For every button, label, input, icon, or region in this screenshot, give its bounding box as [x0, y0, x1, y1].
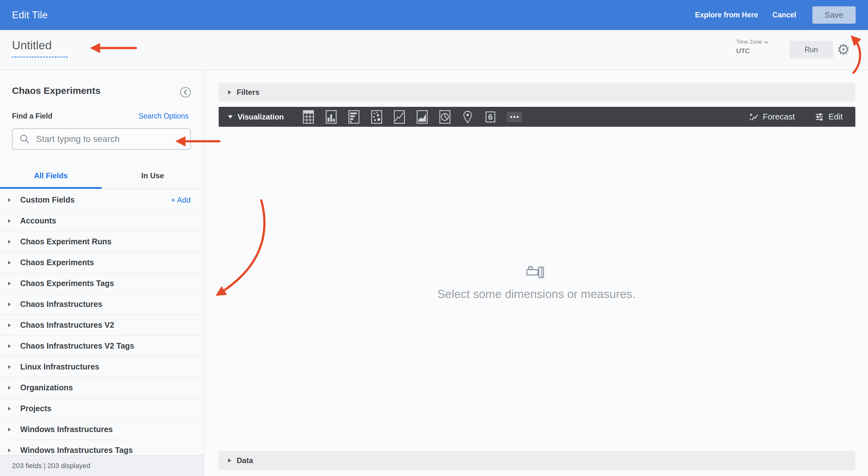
- field-group-row[interactable]: Chaos Experiments: [0, 252, 205, 273]
- chevron-down-icon[interactable]: [228, 115, 232, 119]
- chevron-right-icon: [8, 219, 11, 223]
- chevron-right-icon: [228, 90, 231, 94]
- search-options-link[interactable]: Search Options: [138, 112, 189, 120]
- field-group-row[interactable]: Chaos Infrastructures V2 Tags: [0, 336, 205, 357]
- tune-sliders-icon: [815, 113, 824, 121]
- run-button[interactable]: Run: [789, 41, 833, 58]
- field-group-row[interactable]: Chaos Infrastructures V2: [0, 315, 205, 336]
- field-group-row[interactable]: Accounts: [0, 210, 205, 231]
- column-chart-icon[interactable]: [324, 109, 338, 125]
- field-group-custom-fields[interactable]: Custom Fields + Add: [0, 190, 205, 210]
- chevron-right-icon: [8, 302, 11, 306]
- field-group-row[interactable]: Chaos Experiment Runs: [0, 231, 205, 252]
- bar-chart-icon[interactable]: [347, 109, 361, 125]
- chevron-right-icon: [228, 458, 231, 463]
- field-group-row[interactable]: Projects: [0, 398, 205, 419]
- map-chart-icon[interactable]: [461, 109, 475, 125]
- field-search-box[interactable]: [12, 128, 191, 150]
- forecast-sparkle-icon: [749, 112, 758, 122]
- chevron-right-icon: [8, 261, 11, 265]
- explore-title: Chaos Experiments: [12, 85, 100, 96]
- main-area: Filters Visualization: [205, 70, 868, 476]
- scatter-chart-icon[interactable]: [370, 109, 383, 125]
- chevron-left-circle-icon: [180, 86, 191, 98]
- empty-state-message: Select some dimensions or measures.: [205, 288, 868, 301]
- chevron-right-icon: [8, 386, 11, 390]
- dialog-title: Edit Tile: [12, 0, 48, 30]
- chevron-right-icon: [8, 323, 11, 327]
- field-group-row[interactable]: Windows Infrastructures Tags: [0, 440, 205, 455]
- field-tabs: All Fields In Use: [0, 167, 205, 185]
- table-icon[interactable]: [302, 109, 315, 125]
- time-zone-control[interactable]: Time Zone UTC: [736, 39, 768, 55]
- pie-chart-icon[interactable]: [438, 109, 452, 125]
- header-bar: Untitled Time Zone UTC Run ⚙: [0, 30, 868, 70]
- chevron-down-icon: [764, 39, 769, 43]
- field-search-input[interactable]: [36, 134, 175, 144]
- data-section-header[interactable]: Data: [219, 451, 855, 470]
- area-chart-icon[interactable]: [415, 109, 429, 125]
- viz-toolbar-right: Forecast Edit: [749, 107, 843, 127]
- field-group-list: Custom Fields + Add Accounts Chaos Exper…: [0, 190, 205, 455]
- more-viz-icon[interactable]: [506, 109, 523, 125]
- single-value-icon[interactable]: 6: [484, 109, 497, 125]
- chevron-right-icon: [8, 240, 11, 244]
- filters-section-header[interactable]: Filters: [219, 83, 855, 102]
- forecast-button[interactable]: Forecast: [749, 112, 795, 122]
- field-group-row[interactable]: Windows Infrastructures: [0, 419, 205, 440]
- time-zone-label: Time Zone: [736, 39, 768, 45]
- time-zone-value: UTC: [736, 47, 768, 55]
- collapse-sidebar-button[interactable]: [180, 86, 191, 98]
- find-a-field-label: Find a Field: [12, 112, 53, 120]
- tile-title-underline: [12, 57, 68, 58]
- visualization-section-header: Visualization: [219, 107, 855, 127]
- field-picker-sidebar: Chaos Experiments Find a Field Search Op…: [0, 70, 205, 476]
- cancel-button[interactable]: Cancel: [773, 0, 796, 30]
- tab-in-use[interactable]: In Use: [102, 167, 204, 185]
- top-bar: Edit Tile Explore from Here Cancel Save: [0, 0, 868, 30]
- line-chart-icon[interactable]: [393, 109, 406, 125]
- chevron-right-icon: [8, 365, 11, 369]
- edit-viz-button[interactable]: Edit: [815, 112, 843, 122]
- field-count-status-bar: 203 fields | 203 displayed: [0, 455, 205, 476]
- chevron-right-icon: [8, 198, 11, 202]
- field-count-text: 203 fields | 203 displayed: [12, 462, 90, 470]
- svg-text:6: 6: [488, 112, 493, 122]
- add-custom-field-button[interactable]: + Add: [171, 196, 190, 205]
- tab-all-fields[interactable]: All Fields: [0, 167, 102, 185]
- chevron-right-icon: [8, 428, 11, 432]
- gear-icon[interactable]: ⚙: [837, 39, 850, 60]
- search-icon: [19, 133, 30, 145]
- field-group-row[interactable]: Organizations: [0, 377, 205, 398]
- explore-from-here-button[interactable]: Explore from Here: [695, 0, 758, 30]
- save-button[interactable]: Save: [812, 6, 856, 24]
- viz-type-picker: 6: [302, 107, 523, 127]
- chevron-right-icon: [8, 281, 11, 286]
- chevron-right-icon: [8, 344, 11, 348]
- field-group-row[interactable]: Chaos Infrastructures: [0, 294, 205, 315]
- chevron-right-icon: [8, 448, 11, 452]
- tile-title-input[interactable]: Untitled: [12, 39, 52, 52]
- field-group-row[interactable]: Chaos Experiments Tags: [0, 273, 205, 294]
- field-group-row[interactable]: Linux Infrastructures: [0, 357, 205, 377]
- chevron-right-icon: [8, 407, 11, 411]
- flashlight-icon: [525, 265, 549, 281]
- tab-divider: [0, 189, 205, 189]
